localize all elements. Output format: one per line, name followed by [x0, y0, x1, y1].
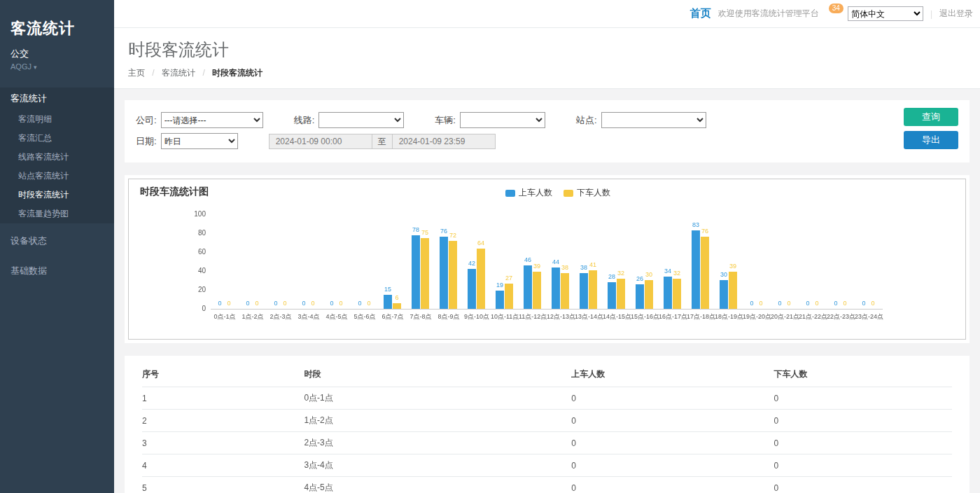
- bar-value-label: 0: [752, 300, 770, 307]
- chart-bar: [477, 249, 485, 309]
- sidebar-item-passenger-detail[interactable]: 客流明细: [0, 110, 114, 129]
- x-axis-category-label: 23点-24点: [855, 312, 883, 321]
- company-select[interactable]: ---请选择---: [161, 112, 263, 128]
- chart-bar: [692, 230, 700, 309]
- table-cell: 1点-2点: [304, 410, 571, 432]
- sidebar-nav: 客流统计 客流明细 客流汇总 线路客流统计 站点客流统计 时段客流统计 客流量趋…: [0, 88, 114, 284]
- x-axis-line: [211, 309, 883, 310]
- chart-bar: [440, 237, 448, 309]
- table-cell: 0: [774, 410, 952, 432]
- chart-bar: [608, 282, 616, 309]
- station-label: 站点:: [576, 114, 597, 127]
- home-link[interactable]: 首页: [690, 7, 711, 20]
- filter-row-2: 日期: 昨日 至: [136, 132, 958, 151]
- table-cell: 4点-5点: [304, 477, 571, 493]
- chart-title: 时段车流统计图: [140, 186, 209, 198]
- chart-bar: [720, 280, 728, 309]
- date-end-input[interactable]: [392, 134, 496, 149]
- bar-value-label: 0: [780, 300, 798, 307]
- breadcrumb-home[interactable]: 主页: [128, 68, 145, 78]
- table-row: 21点-2点00: [142, 410, 952, 432]
- language-select[interactable]: 简体中文: [848, 6, 923, 21]
- bar-value-label: 32: [668, 270, 686, 277]
- chevron-down-icon: ▾: [34, 64, 37, 71]
- sidebar-item-device-status[interactable]: 设备状态: [0, 228, 114, 254]
- chart-bar: [701, 237, 709, 309]
- line-select[interactable]: [318, 112, 404, 128]
- y-axis-tick-label: 60: [181, 248, 206, 256]
- company-filter: 公司: ---请选择---: [136, 112, 263, 128]
- x-axis-category-label: 18点-19点: [715, 312, 743, 321]
- x-axis-category-label: 14点-15点: [603, 312, 631, 321]
- breadcrumb: 主页 / 客流统计 / 时段客流统计: [128, 67, 966, 79]
- sidebar-item-trend-chart[interactable]: 客流量趋势图: [0, 204, 114, 223]
- sidebar-item-passenger-stats[interactable]: 客流统计: [0, 88, 114, 110]
- x-axis-category-label: 22点-23点: [827, 312, 855, 321]
- sidebar-item-passenger-summary[interactable]: 客流汇总: [0, 129, 114, 148]
- y-axis-tick-label: 80: [181, 229, 206, 237]
- bar-value-label: 39: [528, 263, 546, 270]
- vehicle-select[interactable]: [460, 112, 545, 128]
- logout-link[interactable]: 退出登录: [939, 8, 973, 20]
- legend-label: 下车人数: [577, 187, 610, 199]
- table-cell: 3: [142, 432, 304, 454]
- result-table: 序号 时段 上车人数 下车人数 10点-1点0021点-2点0032点-3点00…: [142, 361, 952, 493]
- legend-label: 上车人数: [519, 187, 552, 199]
- chart-scroll-container[interactable]: 时段车流统计图 上车人数下车人数 0204060801000点-1点001点-2…: [128, 179, 966, 340]
- bar-value-label: 0: [248, 300, 266, 307]
- table-cell: 0: [571, 432, 774, 454]
- chart-bar: [533, 272, 541, 309]
- org-code-dropdown[interactable]: AQGJ▾: [0, 60, 114, 71]
- legend-item[interactable]: 上车人数: [505, 187, 552, 199]
- bar-value-label: 6: [388, 294, 406, 301]
- table-cell: 0: [571, 410, 774, 432]
- chart-bar: [524, 265, 532, 309]
- bar-value-label: 0: [304, 300, 322, 307]
- x-axis-category-label: 10点-11点: [491, 312, 519, 321]
- x-axis-category-label: 21点-22点: [799, 312, 827, 321]
- export-button[interactable]: 导出: [904, 131, 958, 149]
- date-preset-select[interactable]: 昨日: [161, 133, 238, 149]
- chart-bar: [552, 268, 560, 309]
- bar-value-label: 41: [584, 261, 602, 268]
- bar-value-label: 76: [696, 228, 714, 235]
- notification-badge[interactable]: 34: [829, 4, 844, 13]
- org-name: 公交: [0, 39, 114, 60]
- company-label: 公司:: [136, 114, 157, 127]
- x-axis-category-label: 19点-20点: [743, 312, 771, 321]
- sidebar-item-line-stats[interactable]: 线路客流统计: [0, 148, 114, 167]
- sidebar: 客流统计 公交 AQGJ▾ 客流统计 客流明细 客流汇总 线路客流统计 站点客流…: [0, 0, 114, 493]
- table-cell: 0: [774, 387, 952, 410]
- bar-value-label: 0: [864, 300, 882, 307]
- table-cell: 4: [142, 454, 304, 477]
- bar-value-label: 39: [724, 263, 742, 270]
- legend-item[interactable]: 下车人数: [564, 187, 610, 199]
- y-axis-tick-label: 40: [181, 267, 206, 275]
- station-select[interactable]: [601, 112, 706, 128]
- filter-panel: 公司: ---请选择--- 线路: 车辆: 站点:: [125, 100, 969, 162]
- query-button[interactable]: 查询: [904, 108, 958, 126]
- bar-value-label: 0: [808, 300, 826, 307]
- x-axis-category-label: 4点-5点: [323, 312, 351, 321]
- table-cell: 0: [571, 454, 774, 477]
- y-axis-tick-label: 20: [181, 286, 206, 293]
- table-cell: 2: [142, 410, 304, 432]
- bar-value-label: 75: [416, 229, 434, 236]
- sidebar-item-period-stats[interactable]: 时段客流统计: [0, 186, 114, 204]
- table-row: 10点-1点00: [142, 387, 952, 410]
- x-axis-category-label: 0点-1点: [211, 312, 239, 321]
- date-start-input[interactable]: [269, 134, 372, 149]
- chart-bar: [664, 277, 672, 309]
- bar-value-label: 0: [220, 300, 238, 307]
- table-cell: 3点-4点: [304, 454, 571, 477]
- bar-value-label: 0: [276, 300, 294, 307]
- sidebar-item-base-data[interactable]: 基础数据: [0, 258, 114, 284]
- x-axis-category-label: 3点-4点: [295, 312, 323, 321]
- content: 公司: ---请选择--- 线路: 车辆: 站点:: [114, 89, 980, 493]
- breadcrumb-passenger-stats[interactable]: 客流统计: [162, 68, 195, 78]
- breadcrumb-separator: /: [202, 68, 204, 78]
- line-filter: 线路:: [294, 112, 405, 128]
- bar-value-label: 0: [360, 300, 378, 307]
- sidebar-item-station-stats[interactable]: 站点客流统计: [0, 167, 114, 186]
- x-axis-category-label: 2点-3点: [267, 312, 295, 321]
